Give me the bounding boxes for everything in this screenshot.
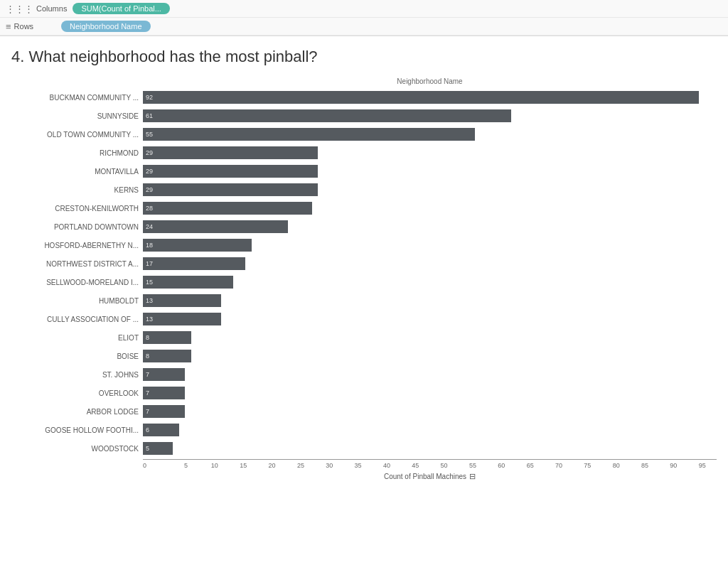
chart-area: Neighborhood Name BUCKMAN COMMUNITY ...9…: [11, 77, 717, 481]
bar-row[interactable]: HOSFORD-ABERNETHY N...18: [11, 236, 717, 254]
bar-label: BUCKMAN COMMUNITY ...: [11, 94, 143, 102]
bar-value-label: 8: [143, 352, 149, 360]
rows-pill[interactable]: Neighborhood Name: [61, 21, 151, 32]
bar-fill[interactable]: 8: [143, 350, 191, 362]
bar-wrapper: 28: [143, 201, 717, 215]
bar-value-label: 29: [143, 149, 153, 156]
bar-value-label: 6: [143, 426, 149, 433]
bar-row[interactable]: OLD TOWN COMMUNITY ...55: [11, 125, 717, 144]
bar-row[interactable]: MONTAVILLA29: [11, 162, 717, 181]
bar-label: ELIOT: [11, 334, 143, 342]
bar-label: SELLWOOD-MORELAND I...: [11, 279, 143, 286]
bar-wrapper: 92: [143, 90, 717, 104]
x-axis-tick: 0: [143, 462, 171, 469]
bar-fill[interactable]: 24: [143, 220, 288, 233]
bar-fill[interactable]: 55: [143, 128, 475, 141]
bar-row[interactable]: ARBOR LODGE7: [11, 402, 717, 421]
x-axis-tick: 10: [200, 462, 229, 469]
bar-wrapper: 61: [143, 109, 717, 123]
bar-label: ST. JOHNS: [11, 371, 143, 379]
bar-wrapper: 24: [143, 220, 717, 234]
bar-fill[interactable]: 6: [143, 424, 179, 436]
x-axis-tick: 60: [487, 462, 515, 469]
bar-row[interactable]: HUMBOLDT13: [11, 291, 717, 310]
bar-fill[interactable]: 8: [143, 331, 191, 344]
bar-fill[interactable]: 28: [143, 202, 312, 215]
bar-row[interactable]: BUCKMAN COMMUNITY ...92: [11, 88, 717, 107]
bar-label: WOODSTOCK: [11, 445, 143, 453]
columns-icon: ⋮⋮⋮: [6, 4, 33, 14]
bar-chart: BUCKMAN COMMUNITY ...92SUNNYSIDE61OLD TO…: [11, 88, 717, 458]
rows-row: ≡ Rows Neighborhood Name: [0, 18, 728, 36]
bar-fill[interactable]: 29: [143, 183, 318, 196]
bar-value-label: 61: [143, 112, 153, 119]
bar-fill[interactable]: 15: [143, 276, 233, 289]
bar-wrapper: 5: [143, 441, 717, 456]
bar-value-label: 15: [143, 279, 153, 286]
bar-value-label: 29: [143, 186, 153, 193]
bar-wrapper: 7: [143, 367, 717, 382]
bar-fill[interactable]: 7: [143, 387, 185, 399]
bar-wrapper: 6: [143, 423, 717, 437]
bar-fill[interactable]: 7: [143, 405, 185, 418]
bar-fill[interactable]: 61: [143, 109, 511, 122]
x-axis-tick: 30: [315, 462, 343, 469]
bar-row[interactable]: BOISE8: [11, 347, 717, 365]
bar-row[interactable]: SELLWOOD-MORELAND I...15: [11, 273, 717, 291]
x-axis-tick: 80: [602, 462, 631, 469]
bar-label: CRESTON-KENILWORTH: [11, 205, 143, 212]
columns-pill[interactable]: SUM(Count of Pinbal...: [73, 3, 170, 14]
bar-fill[interactable]: 29: [143, 146, 318, 159]
bar-row[interactable]: RICHMOND29: [11, 144, 717, 162]
bar-label: OLD TOWN COMMUNITY ...: [11, 131, 143, 139]
bar-row[interactable]: GOOSE HOLLOW FOOTHI...6: [11, 421, 717, 439]
bar-value-label: 7: [143, 371, 149, 378]
chart-container: 4. What neighborhood has the most pinbal…: [0, 36, 728, 487]
bar-wrapper: 7: [143, 386, 717, 400]
bar-wrapper: 17: [143, 257, 717, 271]
columns-row: ⋮⋮⋮ Columns SUM(Count of Pinbal...: [0, 0, 728, 18]
bar-fill[interactable]: 13: [143, 294, 221, 307]
bar-fill[interactable]: 92: [143, 91, 699, 104]
bar-label: HUMBOLDT: [11, 297, 143, 305]
columns-label: ⋮⋮⋮ Columns: [6, 4, 67, 14]
x-axis-tick: 20: [257, 462, 286, 469]
bar-value-label: 7: [143, 389, 149, 397]
bar-fill[interactable]: 13: [143, 313, 221, 325]
bar-row[interactable]: PORTLAND DOWNTOWN24: [11, 217, 717, 236]
bar-value-label: 18: [143, 242, 153, 249]
bar-row[interactable]: KERNS29: [11, 181, 717, 199]
x-axis-tick: 90: [659, 462, 687, 469]
bar-row[interactable]: ST. JOHNS7: [11, 365, 717, 384]
bar-value-label: 28: [143, 205, 153, 212]
bar-row[interactable]: ELIOT8: [11, 328, 717, 347]
x-axis-tick: 45: [401, 462, 429, 469]
bar-label: KERNS: [11, 186, 143, 194]
bar-row[interactable]: SUNNYSIDE61: [11, 107, 717, 125]
bar-fill[interactable]: 29: [143, 165, 318, 178]
bar-value-label: 24: [143, 223, 153, 230]
bar-wrapper: 29: [143, 146, 717, 160]
bar-fill[interactable]: 7: [143, 368, 185, 381]
bar-row[interactable]: WOODSTOCK5: [11, 439, 717, 458]
chart-title: 4. What neighborhood has the most pinbal…: [11, 48, 717, 66]
bar-fill[interactable]: 5: [143, 442, 173, 455]
bar-row[interactable]: NORTHWEST DISTRICT A...17: [11, 254, 717, 273]
bar-label: NORTHWEST DISTRICT A...: [11, 260, 143, 268]
axis-label-top: Neighborhood Name: [143, 77, 717, 85]
bar-label: RICHMOND: [11, 149, 143, 157]
bar-row[interactable]: CRESTON-KENILWORTH28: [11, 199, 717, 217]
bar-label: SUNNYSIDE: [11, 112, 143, 120]
x-axis-label: Count of Pinball Machines ⊟: [143, 472, 717, 481]
bar-fill[interactable]: 18: [143, 239, 252, 252]
filter-icon[interactable]: ⊟: [469, 472, 476, 481]
x-axis-tick: 35: [343, 462, 372, 469]
bar-row[interactable]: CULLY ASSOCIATION OF ...13: [11, 310, 717, 328]
bar-label: OVERLOOK: [11, 389, 143, 397]
x-axis: 05101520253035404550556065707580859095: [143, 459, 717, 469]
bar-row[interactable]: OVERLOOK7: [11, 384, 717, 402]
bar-wrapper: 13: [143, 294, 717, 308]
bar-wrapper: 13: [143, 312, 717, 326]
bar-label: HOSFORD-ABERNETHY N...: [11, 242, 143, 249]
bar-fill[interactable]: 17: [143, 257, 245, 270]
